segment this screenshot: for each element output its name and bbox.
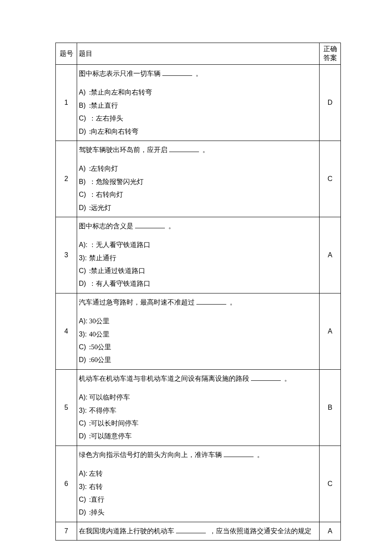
option: B) :禁止直行 <box>79 99 317 112</box>
stem-post: 。 <box>230 299 236 306</box>
option-label: C) <box>79 188 89 201</box>
option-text: 有人看守铁道路口 <box>96 280 150 287</box>
option-text: 禁止通行 <box>89 254 116 262</box>
option-text: 右转 <box>89 483 103 490</box>
option: D) :远光灯 <box>79 201 317 214</box>
option: C) :可以长时间停车 <box>79 417 317 430</box>
option-text: 50公里 <box>91 343 111 351</box>
question-cell: 机动车在机动车道与非机动车道之间设有隔离设施的路段。A):可以临时停车3):不得… <box>77 369 320 446</box>
blank-underline <box>251 380 281 381</box>
question-stem: 图中标志的含义是。 <box>79 220 317 233</box>
question-stem: 绿色方向指示信号灯的箭头方向向上，准许车辆。 <box>79 449 317 461</box>
table-row: 1图中标志表示只准一切车辆。A) :禁止向左和向右转弯B) :禁止直行C) ：左… <box>56 65 341 141</box>
option: D) :向左和向右转弯 <box>79 125 317 138</box>
option: 3):禁止通行 <box>79 252 317 265</box>
question-stem: 图中标志表示只准一切车辆。 <box>79 67 317 80</box>
table-row: 3图中标志的含义是。A):：无人看守铁道路口3):禁止通行C) :禁止通过铁道路… <box>56 217 341 293</box>
stem-pre: 机动车在机动车道与非机动车道之间设有隔离设施的路段 <box>79 375 249 382</box>
blank-underline <box>224 457 254 457</box>
option-label: A): <box>79 391 89 404</box>
option-label: B) <box>79 99 89 112</box>
stem-post: 。 <box>168 222 175 230</box>
option-text: 左右掉头 <box>96 115 123 122</box>
option-text: 右转向灯 <box>96 191 123 198</box>
stem-pre: 绿色方向指示信号灯的箭头方向向上，准许车辆 <box>79 451 222 458</box>
blank-underline <box>176 533 206 533</box>
option-sep: ： <box>89 112 96 125</box>
stem-pre: 在我国境内道路上行驶的机动车 <box>79 527 174 535</box>
question-number: 6 <box>56 446 77 522</box>
question-number: 4 <box>56 293 77 369</box>
option-text: 可以随意停车 <box>91 432 132 440</box>
option-label: 3): <box>79 480 89 493</box>
stem-pre: 图中标志表示只准一切车辆 <box>79 70 161 77</box>
option-text: 30公里 <box>89 317 110 325</box>
option-label: C) <box>79 417 89 430</box>
question-stem: 汽车通过急弯路时，最高时速不准超过。 <box>79 296 317 309</box>
question-number: 2 <box>56 141 77 217</box>
option: A):：无人看守铁道路口 <box>79 239 317 251</box>
option: A):可以临时停车 <box>79 391 317 404</box>
option-label: D) <box>79 125 89 138</box>
option-label: 3): <box>79 328 89 341</box>
stem-pre: 驾驶车辆驶出环岛前，应开启 <box>79 146 167 153</box>
question-cell: 驾驶车辆驶出环岛前，应开启。A) :左转向灯B) ：危险报警闪光灯C) ：右转向… <box>77 141 320 217</box>
option-label: A): <box>79 315 89 328</box>
question-cell: 汽车通过急弯路时，最高时速不准超过。A):30公里3):40公里C) :50公里… <box>77 293 320 369</box>
table-row: 6绿色方向指示信号灯的箭头方向向上，准许车辆。A):左转3):右转C) :直行D… <box>56 446 341 522</box>
table-header-row: 题号 题目 正确答案 <box>56 43 341 65</box>
question-cell: 图中标志表示只准一切车辆。A) :禁止向左和向右转弯B) :禁止直行C) ：左右… <box>77 65 320 141</box>
question-number: 1 <box>56 65 77 141</box>
answer-cell: A <box>320 293 341 369</box>
answer-cell: B <box>320 369 341 446</box>
header-question: 题目 <box>77 43 320 65</box>
header-answer: 正确答案 <box>320 43 341 65</box>
option: A):30公里 <box>79 315 317 328</box>
stem-post: 。 <box>202 146 209 153</box>
table-row: 5机动车在机动车道与非机动车道之间设有隔离设施的路段。A):可以临时停车3):不… <box>56 369 341 446</box>
option-label: C) <box>79 112 89 125</box>
answer-cell: D <box>320 65 341 141</box>
option-label: D) <box>79 277 89 290</box>
option-sep: ： <box>89 175 96 188</box>
option-label: 3): <box>79 252 89 265</box>
option-text: 不得停车 <box>89 407 116 414</box>
stem-post: 。 <box>284 375 291 382</box>
option: A) :左转向灯 <box>79 162 317 175</box>
question-stem: 驾驶车辆驶出环岛前，应开启。 <box>79 144 317 156</box>
option-label: C) <box>79 265 89 277</box>
option: D) :可以随意停车 <box>79 430 317 443</box>
table-row: 2驾驶车辆驶出环岛前，应开启。A) :左转向灯B) ：危险报警闪光灯C) ：右转… <box>56 141 341 217</box>
option-sep: ： <box>89 239 96 251</box>
option-text: 掉头 <box>91 509 104 516</box>
header-num: 题号 <box>56 43 77 65</box>
option-label: B) <box>79 175 89 188</box>
option-label: A): <box>79 467 89 480</box>
option-label: D) <box>79 201 89 214</box>
stem-post: 。 <box>196 70 202 77</box>
blank-underline <box>135 228 165 228</box>
stem-post: 。 <box>257 451 264 458</box>
option: 3):40公里 <box>79 328 317 341</box>
option-text: 禁止向左和向右转弯 <box>91 89 152 96</box>
option-text: 左转向灯 <box>91 165 118 172</box>
question-number: 7 <box>56 522 77 540</box>
option: C) ：左右掉头 <box>79 112 317 125</box>
option: A):左转 <box>79 467 317 480</box>
option: C) :禁止通过铁道路口 <box>79 265 317 277</box>
option-label: A) <box>79 86 89 99</box>
option-text: 直行 <box>91 496 104 503</box>
option-label: 3): <box>79 404 89 417</box>
option-sep: ： <box>89 277 96 290</box>
question-number: 3 <box>56 217 77 293</box>
option: D) ：有人看守铁道路口 <box>79 277 317 290</box>
blank-underline <box>169 152 199 152</box>
option-text: 远光灯 <box>91 204 111 211</box>
question-cell: 绿色方向指示信号灯的箭头方向向上，准许车辆。A):左转3):右转C) :直行D)… <box>77 446 320 522</box>
question-cell: 在我国境内道路上行驶的机动车，应当依照道路交通安全法的规定 <box>77 522 320 540</box>
option-label: A) <box>79 162 89 175</box>
answer-cell: C <box>320 141 341 217</box>
option-label: C) <box>79 341 89 354</box>
table-row: 4汽车通过急弯路时，最高时速不准超过。A):30公里3):40公里C) :50公… <box>56 293 341 369</box>
option: D) :掉头 <box>79 506 317 519</box>
